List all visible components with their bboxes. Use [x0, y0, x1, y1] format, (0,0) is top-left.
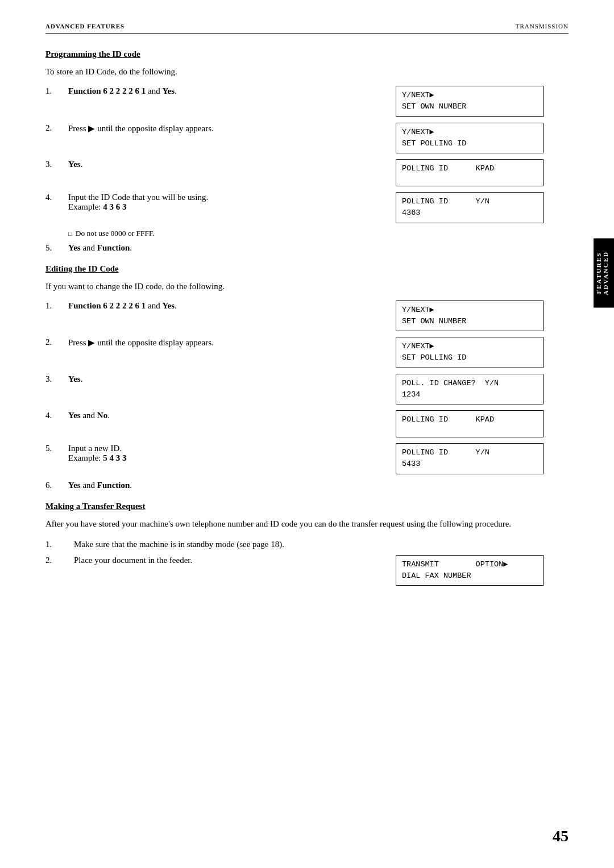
step-3-2: 2. Place your document in the feeder. TR… — [45, 555, 544, 586]
step-number: 4. — [45, 192, 68, 202]
lcd-display: POLLING ID KPAD — [396, 159, 544, 186]
step-number: 2. — [45, 123, 68, 133]
step-number: 5. — [45, 243, 68, 253]
lcd-display: POLLING ID Y/N 4363 — [396, 192, 544, 223]
step-1-2-display: Y/NEXT▶ SET POLLING ID — [396, 123, 544, 154]
step-1-2-left: 2. Press ▶ until the opposite display ap… — [45, 123, 396, 154]
step-2-5-left: 5. Input a new ID. Example: 5 4 3 3 — [45, 443, 396, 474]
step-number: 1. — [45, 539, 74, 549]
step-2-2-display: Y/NEXT▶ SET POLLING ID — [396, 337, 544, 368]
step-3-2-left: 2. Place your document in the feeder. — [45, 555, 396, 586]
section3-heading: Making a Transfer Request — [45, 502, 544, 511]
step-content: Function 6 2 2 2 2 6 1 and Yes. — [68, 301, 396, 311]
step-2-2: 2. Press ▶ until the opposite display ap… — [45, 337, 544, 368]
step-number: 6. — [45, 480, 68, 490]
step-2-4-left: 4. Yes and No. — [45, 410, 396, 437]
step-number: 2. — [45, 337, 68, 347]
step-number: 3. — [45, 374, 68, 384]
step-2-6: 6. Yes and Function. — [45, 480, 544, 490]
step-2-1: 1. Function 6 2 2 2 2 6 1 and Yes. Y/NEX… — [45, 301, 544, 332]
step-content: Place your document in the feeder. — [74, 555, 396, 565]
step-content: Yes. — [68, 374, 396, 384]
page-container: Advanced Features Transmission Programmi… — [0, 0, 614, 868]
step-2-5: 5. Input a new ID. Example: 5 4 3 3 POLL… — [45, 443, 544, 474]
step-content: Yes. — [68, 159, 396, 169]
header-right: Transmission — [516, 23, 569, 30]
lcd-display: POLLING ID Y/N 5433 — [396, 443, 544, 474]
lcd-display: Y/NEXT▶ SET POLLING ID — [396, 123, 544, 154]
section-editing: Editing the ID Code If you want to chang… — [45, 264, 544, 490]
step-2-3-display: POLL. ID CHANGE? Y/N 1234 — [396, 374, 544, 405]
section1-intro: To store an ID Code, do the following. — [45, 67, 544, 77]
step-3-1: 1. Make sure that the machine is in stan… — [45, 539, 544, 549]
step-1-1-display: Y/NEXT▶ SET OWN NUMBER — [396, 86, 544, 117]
step-2-2-left: 2. Press ▶ until the opposite display ap… — [45, 337, 396, 368]
section-transfer: Making a Transfer Request After you have… — [45, 502, 544, 586]
step-content: Input a new ID. Example: 5 4 3 3 — [68, 443, 396, 463]
step-2-1-display: Y/NEXT▶ SET OWN NUMBER — [396, 301, 544, 332]
step-content: Function 6 2 2 2 2 6 1 and Yes. — [68, 86, 396, 96]
step-1-1-left: 1. Function 6 2 2 2 2 6 1 and Yes. — [45, 86, 396, 117]
page-header: Advanced Features Transmission — [45, 23, 569, 34]
lcd-display: POLL. ID CHANGE? Y/N 1234 — [396, 374, 544, 405]
step-2-5-display: POLLING ID Y/N 5433 — [396, 443, 544, 474]
sidebar-tab: ADVANCEDFEATURES — [594, 239, 614, 308]
step-2-4: 4. Yes and No. POLLING ID KPAD — [45, 410, 544, 437]
section3-intro: After you have stored your machine's own… — [45, 519, 544, 529]
lcd-display: Y/NEXT▶ SET OWN NUMBER — [396, 86, 544, 117]
step-2-3-left: 3. Yes. — [45, 374, 396, 405]
sub-note: □ Do not use 0000 or FFFF. — [68, 229, 544, 238]
lcd-display: Y/NEXT▶ SET OWN NUMBER — [396, 301, 544, 332]
step-content: Input the ID Code that you will be using… — [68, 192, 396, 212]
header-left: Advanced Features — [45, 23, 125, 30]
step-1-4-left: 4. Input the ID Code that you will be us… — [45, 192, 396, 223]
section1-heading: Programming the ID code — [45, 49, 544, 59]
lcd-display: POLLING ID KPAD — [396, 410, 544, 437]
step-1-3: 3. Yes. POLLING ID KPAD — [45, 159, 544, 186]
step-1-4: 4. Input the ID Code that you will be us… — [45, 192, 544, 223]
sub-note-text: Do not use 0000 or FFFF. — [76, 229, 155, 238]
page-number: 45 — [553, 827, 569, 845]
step-content: Press ▶ until the opposite display appea… — [68, 337, 396, 348]
section2-intro: If you want to change the ID code, do th… — [45, 282, 544, 291]
step-1-4-display: POLLING ID Y/N 4363 — [396, 192, 544, 223]
step-number: 3. — [45, 159, 68, 169]
step-1-1: 1. Function 6 2 2 2 2 6 1 and Yes. Y/NEX… — [45, 86, 544, 117]
content-area: Programming the ID code To store an ID C… — [45, 49, 569, 586]
step-content: Make sure that the machine is in standby… — [74, 539, 544, 549]
step-number: 5. — [45, 443, 68, 453]
section-programming: Programming the ID code To store an ID C… — [45, 49, 544, 253]
sub-note-icon: □ — [68, 230, 72, 237]
step-1-3-left: 3. Yes. — [45, 159, 396, 186]
lcd-display: TRANSMIT OPTION▶ DIAL FAX NUMBER — [396, 555, 544, 586]
step-number: 1. — [45, 86, 68, 96]
step-2-3: 3. Yes. POLL. ID CHANGE? Y/N 1234 — [45, 374, 544, 405]
step-content: Yes and Function. — [68, 243, 544, 253]
step-number: 2. — [45, 555, 74, 565]
lcd-display: Y/NEXT▶ SET POLLING ID — [396, 337, 544, 368]
step-1-3-display: POLLING ID KPAD — [396, 159, 544, 186]
step-content: Press ▶ until the opposite display appea… — [68, 123, 396, 133]
step-2-1-left: 1. Function 6 2 2 2 2 6 1 and Yes. — [45, 301, 396, 332]
section2-heading: Editing the ID Code — [45, 264, 544, 274]
step-1-2: 2. Press ▶ until the opposite display ap… — [45, 123, 544, 154]
step-1-5: 5. Yes and Function. — [45, 243, 544, 253]
step-number: 4. — [45, 410, 68, 420]
step-content: Yes and Function. — [68, 480, 544, 490]
step-number: 1. — [45, 301, 68, 311]
step-content: Yes and No. — [68, 410, 396, 420]
step-3-2-display: TRANSMIT OPTION▶ DIAL FAX NUMBER — [396, 555, 544, 586]
step-2-4-display: POLLING ID KPAD — [396, 410, 544, 437]
